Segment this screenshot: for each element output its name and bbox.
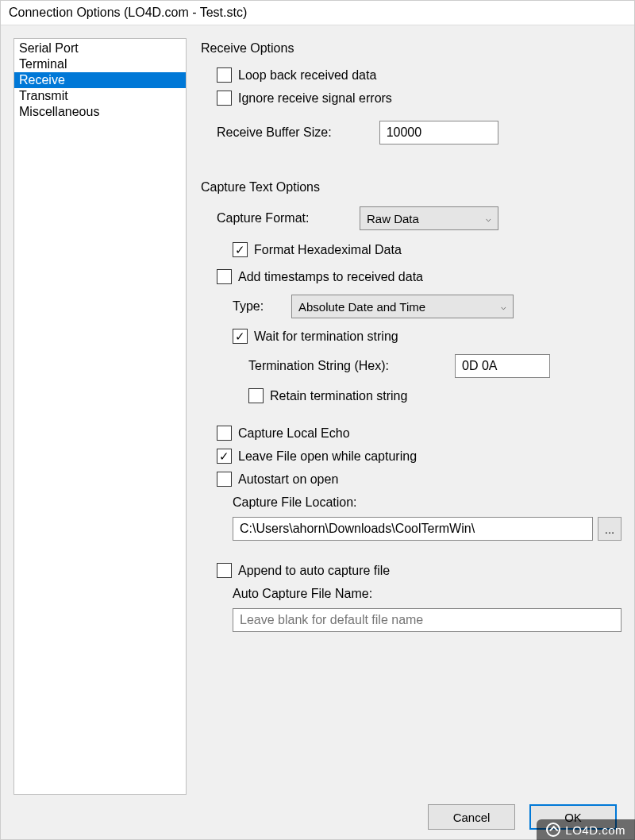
chevron-down-icon: ⌵ [501,302,506,312]
ignore-errors-label: Ignore receive signal errors [238,91,392,106]
append-row: Append to auto capture file [217,563,622,578]
nav-item-terminal[interactable]: Terminal [14,56,186,72]
buffer-size-input[interactable] [379,121,498,144]
retain-term-checkbox[interactable] [248,388,264,403]
append-label: Append to auto capture file [238,564,390,578]
capture-options-heading: Capture Text Options [201,180,622,195]
chevron-down-icon: ⌵ [486,214,491,224]
wait-term-checkbox[interactable] [233,329,248,344]
wait-term-label: Wait for termination string [254,329,398,344]
auto-file-label-row: Auto Capture File Name: [233,587,622,601]
ignore-errors-checkbox[interactable] [217,91,232,106]
timestamp-type-row: Type: Absolute Date and Time ⌵ [233,295,622,318]
capture-local-echo-label: Capture Local Echo [238,426,350,441]
leave-open-label: Leave File open while capturing [238,449,417,464]
timestamp-type-label: Type: [233,299,272,314]
auto-file-row [233,608,622,632]
term-string-row: Termination String (Hex): [248,354,622,378]
watermark-text: LO4D.com [565,823,625,837]
wait-term-row: Wait for termination string [233,329,622,344]
capture-format-label: Capture Format: [217,211,328,225]
leave-open-row: Leave File open while capturing [217,449,622,464]
capture-local-echo-checkbox[interactable] [217,426,232,441]
auto-file-label: Auto Capture File Name: [233,587,372,601]
loopback-row: Loop back received data [217,67,622,83]
capture-format-value: Raw Data [367,212,419,225]
autostart-row: Autostart on open [217,472,622,487]
main-row: Serial Port Terminal Receive Transmit Mi… [13,38,622,795]
download-icon [546,823,560,837]
receive-options-heading: Receive Options [201,41,622,56]
nav-item-serial-port[interactable]: Serial Port [14,40,186,56]
loopback-checkbox[interactable] [217,67,232,83]
add-timestamps-row: Add timestamps to received data [217,269,622,284]
window-title: Connection Options (LO4D.com - Test.stc) [1,1,634,25]
cancel-button[interactable]: Cancel [428,804,515,830]
options-panel: Receive Options Loop back received data … [201,38,622,795]
leave-open-checkbox[interactable] [217,449,232,464]
term-string-label: Termination String (Hex): [248,359,431,373]
browse-button[interactable]: ... [598,517,622,541]
capture-format-row: Capture Format: Raw Data ⌵ [217,206,622,230]
nav-item-transmit[interactable]: Transmit [14,88,186,104]
format-hex-label: Format Hexadeximal Data [254,243,402,257]
client-area: Serial Port Terminal Receive Transmit Mi… [1,25,634,839]
timestamp-type-select[interactable]: Absolute Date and Time ⌵ [291,295,514,318]
buffer-row: Receive Buffer Size: [217,121,622,144]
capture-location-label: Capture File Location: [233,495,357,510]
capture-local-echo-row: Capture Local Echo [217,426,622,441]
ignore-errors-row: Ignore receive signal errors [217,91,622,106]
capture-location-input[interactable] [233,517,593,541]
add-timestamps-label: Add timestamps to received data [238,270,423,284]
term-string-input[interactable] [455,354,550,378]
retain-term-label: Retain termination string [270,389,407,403]
capture-location-label-row: Capture File Location: [233,495,622,510]
capture-location-row: ... [233,517,622,541]
nav-item-miscellaneous[interactable]: Miscellaneous [14,104,186,120]
watermark: LO4D.com [537,819,635,840]
add-timestamps-checkbox[interactable] [217,269,232,284]
format-hex-row: Format Hexadeximal Data [233,242,622,257]
dialog-footer: Cancel OK [13,795,622,830]
dialog-window: Connection Options (LO4D.com - Test.stc)… [0,0,635,840]
retain-term-row: Retain termination string [248,388,622,403]
autostart-checkbox[interactable] [217,472,232,487]
auto-file-input[interactable] [233,608,622,632]
append-checkbox[interactable] [217,563,232,578]
format-hex-checkbox[interactable] [233,242,248,257]
nav-item-receive[interactable]: Receive [14,72,186,88]
category-list: Serial Port Terminal Receive Transmit Mi… [13,38,187,795]
autostart-label: Autostart on open [238,472,338,487]
buffer-size-label: Receive Buffer Size: [217,125,332,140]
loopback-label: Loop back received data [238,68,376,83]
timestamp-type-value: Absolute Date and Time [298,300,425,314]
capture-format-select[interactable]: Raw Data ⌵ [360,206,498,230]
